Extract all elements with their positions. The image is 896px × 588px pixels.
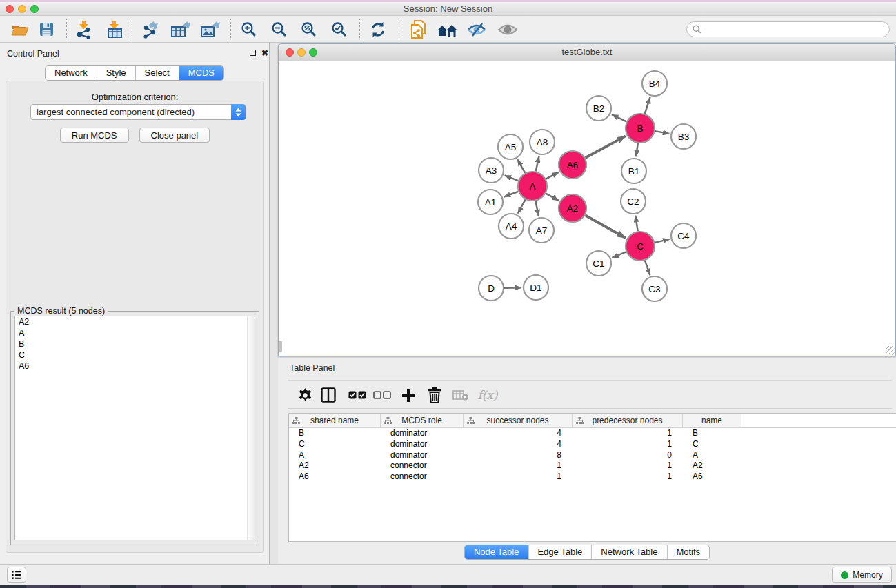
mcds-result-item[interactable]: B (15, 338, 255, 349)
graph-node-A6[interactable]: A6 (559, 151, 586, 179)
table-row[interactable]: A2connector11A2 (289, 460, 896, 472)
mcds-result-list[interactable]: A2ABCA6 (14, 316, 255, 540)
delete-table-icon[interactable] (450, 381, 471, 409)
graph-node-A[interactable]: A (518, 172, 547, 201)
function-builder-icon[interactable]: f(x) (475, 381, 500, 409)
graph-node-C4[interactable]: C4 (671, 223, 696, 248)
zoom-out-icon[interactable] (269, 16, 290, 43)
close-panel-icon[interactable]: ✖ (261, 49, 269, 57)
mcds-result-item[interactable]: C (15, 349, 255, 361)
zoom-fit-icon[interactable] (299, 16, 319, 43)
network-graph[interactable]: AA6A2BCA1A3A4A5A7A8B1B2B3B4C1C2C3C4DD1 (279, 61, 895, 356)
column-header-shared-name[interactable]: shared name (289, 414, 381, 427)
svg-text:A2: A2 (567, 203, 579, 214)
optimization-criterion-dropdown[interactable]: largest connected component (directed) (30, 104, 246, 120)
export-table-icon[interactable] (169, 16, 192, 43)
svg-text:D1: D1 (530, 283, 541, 293)
tab-style[interactable]: Style (97, 66, 136, 80)
column-header-MCDS-role[interactable]: MCDS role (381, 414, 464, 427)
desktop-wallpaper-strip (0, 585, 896, 588)
zoom-selected-icon[interactable] (329, 16, 350, 43)
save-session-icon[interactable] (36, 16, 57, 43)
memory-status-dot (841, 571, 848, 579)
network-canvas[interactable]: AA6A2BCA1A3A4A5A7A8B1B2B3B4C1C2C3C4DD1 (279, 61, 895, 356)
tab-edge-table[interactable]: Edge Table (528, 545, 592, 559)
refresh-icon[interactable] (368, 16, 388, 43)
add-column-icon[interactable] (398, 381, 419, 409)
tab-node-table[interactable]: Node Table (465, 545, 529, 559)
tab-mcds[interactable]: MCDS (179, 66, 223, 80)
import-network-icon[interactable] (73, 16, 95, 43)
share-document-icon[interactable] (408, 16, 430, 43)
graph-node-C3[interactable]: C3 (642, 276, 667, 301)
graph-node-C2[interactable]: C2 (621, 189, 646, 214)
graph-node-A4[interactable]: A4 (499, 214, 524, 239)
column-header-successor-nodes[interactable]: successor nodes (464, 414, 573, 427)
edge-B-B2 (612, 114, 626, 121)
deselect-all-icon[interactable] (372, 381, 392, 409)
network-minimize-traffic-light[interactable] (297, 48, 306, 57)
graph-node-D1[interactable]: D1 (524, 275, 548, 300)
mcds-tab-content: Optimization criterion: largest connecte… (6, 81, 264, 553)
window-resize-grip[interactable] (886, 346, 895, 355)
import-table-icon[interactable] (103, 16, 126, 43)
graph-node-C1[interactable]: C1 (586, 251, 611, 276)
minimize-traffic-light[interactable] (18, 5, 26, 13)
select-all-icon[interactable] (347, 381, 368, 409)
table-row[interactable]: Cdominator41C (289, 439, 896, 450)
graph-node-D[interactable]: D (479, 276, 504, 301)
svg-text:B3: B3 (678, 132, 690, 142)
mcds-result-item[interactable]: A2 (15, 316, 255, 327)
svg-text:A1: A1 (485, 197, 497, 207)
delete-column-icon[interactable] (425, 381, 444, 409)
graph-node-B4[interactable]: B4 (642, 71, 667, 96)
mcds-result-item[interactable]: A (15, 327, 255, 338)
search-input[interactable] (701, 25, 889, 34)
result-list-scrollbar[interactable] (247, 316, 255, 540)
memory-button[interactable]: Memory (832, 567, 892, 583)
status-bar: Memory (0, 564, 896, 585)
tab-motifs[interactable]: Motifs (667, 545, 709, 559)
zoom-traffic-light[interactable] (30, 5, 39, 13)
export-image-icon[interactable] (199, 16, 222, 43)
graph-node-A5[interactable]: A5 (498, 134, 523, 159)
zoom-in-icon[interactable] (239, 16, 259, 43)
table-row[interactable]: Adominator80A (289, 450, 896, 461)
table-row[interactable]: A6connector11A6 (289, 472, 896, 483)
home-icon[interactable] (436, 16, 459, 43)
run-mcds-button[interactable]: Run MCDS (60, 128, 129, 143)
graph-node-B1[interactable]: B1 (621, 159, 646, 183)
open-session-icon[interactable] (10, 16, 30, 43)
column-visibility-icon[interactable] (319, 381, 338, 409)
float-panel-icon[interactable] (248, 49, 257, 57)
graph-node-B2[interactable]: B2 (586, 96, 611, 121)
close-panel-button[interactable]: Close panel (139, 128, 210, 143)
graph-node-A2[interactable]: A2 (559, 194, 586, 222)
graph-node-B3[interactable]: B3 (671, 124, 696, 149)
export-network-icon[interactable] (140, 16, 162, 43)
graph-node-A7[interactable]: A7 (529, 218, 554, 243)
graph-node-A8[interactable]: A8 (530, 130, 555, 154)
column-header-predecessor-nodes[interactable]: predecessor nodes (573, 414, 683, 427)
control-panel-title: Control Panel (7, 49, 59, 59)
mcds-result-item[interactable]: A6 (15, 361, 255, 372)
network-zoom-traffic-light[interactable] (309, 48, 317, 57)
tab-network[interactable]: Network (46, 66, 97, 80)
graph-node-C[interactable]: C (626, 232, 655, 261)
show-graphics-details-icon[interactable] (496, 16, 519, 43)
close-traffic-light[interactable] (6, 5, 14, 13)
tab-select[interactable]: Select (136, 66, 179, 80)
graph-node-A3[interactable]: A3 (479, 158, 504, 183)
network-close-traffic-light[interactable] (286, 48, 294, 57)
network-window-titlebar[interactable]: testGlobe.txt (279, 44, 895, 61)
hide-graphics-details-icon[interactable] (466, 16, 488, 43)
network-vertical-scrollbar-thumb[interactable] (279, 341, 282, 352)
tab-network-table[interactable]: Network Table (592, 545, 667, 559)
graph-node-A1[interactable]: A1 (478, 190, 503, 214)
column-header-name[interactable]: name (683, 414, 741, 427)
graph-node-B[interactable]: B (626, 114, 655, 143)
search-field[interactable] (686, 21, 890, 37)
settings-gear-icon[interactable] (296, 381, 314, 409)
task-history-button[interactable] (7, 567, 26, 583)
table-row[interactable]: Bdominator41B (289, 428, 896, 439)
